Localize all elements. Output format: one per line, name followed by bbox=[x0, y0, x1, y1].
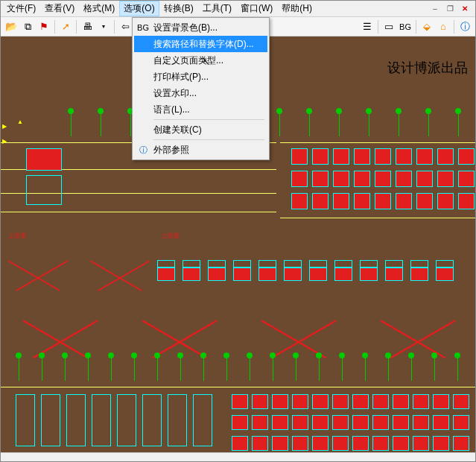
drawing-element bbox=[233, 260, 251, 268]
drawing-element bbox=[454, 352, 460, 358]
drawing-element bbox=[334, 268, 352, 281]
drawing-element bbox=[279, 114, 280, 136]
dd-label: 语言(L)... bbox=[153, 104, 190, 116]
menubar: 文件(F) 查看(V) 格式(M) 选项(O) 转换(B) 工具(T) 窗口(W… bbox=[1, 1, 475, 17]
drawing-element bbox=[130, 114, 131, 136]
drawing-element bbox=[200, 352, 206, 358]
drawing-element bbox=[71, 114, 72, 136]
drawing-element bbox=[416, 193, 433, 209]
paint-icon[interactable]: ⬙ bbox=[419, 19, 434, 34]
drawing-element bbox=[273, 358, 273, 381]
drawing-element bbox=[399, 114, 399, 136]
drawing-element bbox=[388, 358, 389, 381]
drawing-element bbox=[396, 193, 412, 209]
drawing-element bbox=[332, 415, 349, 430]
drawing-element bbox=[360, 268, 378, 281]
prev-icon[interactable]: ⇦ bbox=[118, 19, 133, 34]
drawing-element bbox=[411, 358, 412, 381]
dd-create-assoc[interactable]: 创建关联(C) bbox=[134, 121, 267, 138]
drawing-element bbox=[333, 148, 349, 165]
drawing-element bbox=[134, 358, 135, 381]
print-icon[interactable]: 🖶 bbox=[80, 19, 95, 34]
drawing-element bbox=[88, 358, 89, 381]
list-icon[interactable]: ☰ bbox=[360, 19, 375, 34]
dd-search-path-font[interactable]: 搜索路径和替换字体(D)... ↖ bbox=[134, 36, 267, 52]
dd-custom-page-type[interactable]: 自定义页面类型... bbox=[134, 52, 267, 69]
menu-convert[interactable]: 转换(B) bbox=[159, 1, 198, 16]
drawing-element bbox=[385, 352, 391, 358]
drawing-element bbox=[360, 260, 378, 268]
drawing-element bbox=[309, 260, 327, 268]
drawing-element bbox=[372, 436, 389, 451]
dropdown-icon[interactable]: ▾ bbox=[96, 19, 111, 34]
drawing-element bbox=[352, 415, 369, 430]
menu-options[interactable]: 选项(O) bbox=[119, 1, 159, 16]
restore-button[interactable]: ❐ bbox=[444, 4, 456, 14]
window-controls: – ❐ ✕ bbox=[429, 4, 474, 14]
drawing-element bbox=[312, 436, 329, 451]
drawing-element bbox=[436, 260, 454, 268]
drawing-element bbox=[232, 436, 248, 451]
drawing-element bbox=[458, 148, 475, 165]
arrow-icon[interactable]: ➚ bbox=[58, 19, 73, 34]
minimize-button[interactable]: – bbox=[429, 4, 441, 14]
menu-help[interactable]: 帮助(H) bbox=[277, 1, 317, 16]
dd-print-style[interactable]: 打印样式(P)... bbox=[134, 69, 267, 85]
drawing-element bbox=[413, 394, 429, 409]
drawing-element bbox=[272, 436, 288, 451]
drawing-element bbox=[258, 268, 276, 281]
flag-icon[interactable]: ⚑ bbox=[37, 19, 51, 34]
drawing-element bbox=[108, 352, 114, 358]
home-icon[interactable]: ⌂ bbox=[436, 19, 451, 34]
drawing-element bbox=[393, 394, 409, 409]
close-button[interactable]: ✕ bbox=[459, 4, 471, 14]
drawing-element bbox=[68, 108, 74, 114]
drawing-element bbox=[39, 352, 45, 358]
info-icon[interactable]: ⓘ bbox=[457, 19, 472, 34]
open-icon[interactable]: 📂 bbox=[4, 19, 19, 34]
drawing-element bbox=[354, 171, 370, 187]
drawing-element bbox=[369, 114, 369, 136]
drawing-element bbox=[193, 394, 212, 446]
menu-format[interactable]: 格式(M) bbox=[79, 1, 119, 16]
menu-window[interactable]: 窗口(W) bbox=[236, 1, 277, 16]
dd-language[interactable]: 语言(L)... bbox=[134, 101, 267, 118]
drawing-element bbox=[208, 260, 226, 268]
drawing-element bbox=[437, 148, 454, 165]
drawing-element bbox=[433, 394, 449, 409]
drawing-element bbox=[372, 415, 389, 430]
drawing-element bbox=[436, 268, 454, 281]
copy-icon[interactable]: ⧉ bbox=[20, 19, 35, 34]
drawing-element bbox=[19, 358, 19, 381]
drawing-element bbox=[180, 358, 181, 381]
dd-label: 打印样式(P)... bbox=[153, 71, 209, 83]
menu-tools[interactable]: 工具(T) bbox=[198, 1, 236, 16]
drawing-element bbox=[410, 268, 428, 281]
page-icon[interactable]: ▭ bbox=[381, 19, 396, 34]
bg-label-2[interactable]: BG bbox=[398, 22, 413, 31]
dd-set-watermark[interactable]: 设置水印... bbox=[134, 85, 267, 101]
drawing-element bbox=[352, 394, 369, 409]
drawing-element bbox=[385, 260, 403, 268]
dd-set-bgcolor[interactable]: BG 设置背景色(B)... bbox=[134, 19, 267, 36]
drawing-element bbox=[457, 358, 458, 381]
drawing-element bbox=[92, 394, 111, 446]
drawing-element bbox=[410, 260, 428, 268]
drawing-element bbox=[168, 394, 187, 446]
dd-external-ref[interactable]: ⓘ 外部参照 bbox=[134, 142, 267, 158]
drawing-element bbox=[154, 352, 160, 358]
drawing-element bbox=[284, 260, 302, 268]
drawing-element bbox=[312, 171, 329, 187]
drawing-element bbox=[183, 260, 200, 268]
drawing-element bbox=[393, 415, 409, 430]
drawing-element bbox=[183, 268, 200, 281]
menu-file[interactable]: 文件(F) bbox=[2, 1, 40, 16]
drawing-element bbox=[433, 436, 449, 451]
drawing-element bbox=[226, 358, 227, 381]
dd-label: 设置背景色(B)... bbox=[153, 22, 218, 34]
drawing-element bbox=[354, 193, 370, 209]
drawing-element bbox=[312, 193, 329, 209]
drawing-element bbox=[342, 358, 343, 381]
drawing-element bbox=[232, 415, 248, 430]
menu-view[interactable]: 查看(V) bbox=[40, 1, 79, 16]
